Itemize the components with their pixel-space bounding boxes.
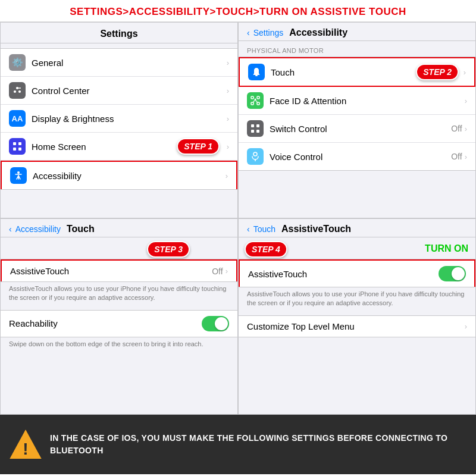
assistivetouch-toggle[interactable] (439, 266, 466, 281)
touch-icon (248, 64, 265, 80)
panel-settings: Settings ⚙️ General › Control Center › A… (0, 22, 238, 218)
svg-rect-20 (256, 130, 259, 133)
toggle-knob (215, 317, 228, 330)
panel2-list: Touch › STEP 2 Face ID & Attention › Swi… (239, 57, 475, 171)
svg-rect-18 (256, 124, 259, 127)
panel3-reachability-section: Reachability (1, 310, 237, 337)
step1-badge: STEP 1 (177, 138, 220, 155)
svg-text:!: ! (23, 440, 28, 458)
section-physical: PHYSICAL AND MOTOR (239, 41, 475, 57)
step2-badge: STEP 2 (416, 64, 459, 80)
panel4-nav: ‹ Touch AssistiveTouch (239, 219, 475, 237)
panel-touch: ‹ Accessibility Touch STEP 3 AssistiveTo… (0, 218, 238, 415)
panel4-assistive-section: AssistiveTouch (239, 259, 475, 287)
toggle-knob (452, 267, 465, 280)
chevron-icon: › (226, 171, 228, 180)
panel2-title: Accessibility (289, 27, 347, 38)
assistivetouch-item[interactable]: AssistiveTouch Off › (1, 259, 237, 281)
svg-rect-11 (255, 75, 258, 76)
panel-assistivetouch: ‹ Touch AssistiveTouch STEP 4 TURN ON As… (238, 218, 476, 415)
back-label[interactable]: Settings (253, 28, 284, 37)
panel-accessibility: ‹ Settings Accessibility PHYSICAL AND MO… (238, 22, 476, 218)
switchcontrol-value: Off (451, 124, 462, 133)
svg-rect-15 (257, 102, 259, 105)
step4-badge: STEP 4 (245, 241, 287, 258)
list-item[interactable]: AA Display & Brightness › (1, 105, 237, 133)
svg-rect-12 (251, 96, 253, 99)
voicecontrol-icon (247, 148, 264, 165)
chevron-icon: › (465, 322, 467, 331)
faceid-icon (247, 92, 264, 109)
chevron-icon: › (227, 86, 229, 95)
back-arrow-icon: ‹ (247, 28, 250, 37)
svg-rect-17 (251, 124, 254, 127)
reachability-toggle[interactable] (202, 316, 229, 331)
panel1-titlebar: Settings (1, 23, 237, 43)
svg-rect-14 (251, 102, 253, 105)
switchcontrol-item[interactable]: Switch Control Off › (239, 115, 475, 143)
svg-rect-6 (13, 142, 16, 145)
customize-item[interactable]: Customize Top Level Menu › (239, 316, 475, 337)
panel3-nav: ‹ Accessibility Touch (1, 219, 237, 237)
back-arrow-icon: ‹ (9, 224, 12, 234)
panel4-customize-section: Customize Top Level Menu › (239, 315, 475, 337)
list-item[interactable]: Control Center › (1, 77, 237, 105)
chevron-icon: › (227, 58, 229, 67)
header-title: SETTINGS>ACCESSIBILITY>TOUCH>TURN ON ASS… (5, 6, 471, 18)
voicecontrol-label: Voice Control (270, 152, 451, 162)
reachability-item[interactable]: Reachability (1, 311, 237, 337)
control-center-label: Control Center (32, 86, 227, 96)
panels-grid: Settings ⚙️ General › Control Center › A… (0, 22, 476, 415)
panel3-title: Touch (67, 224, 95, 234)
svg-rect-8 (13, 148, 16, 151)
assistivetouch-on-label: AssistiveTouch (248, 269, 439, 279)
warning-text: IN THE CASE OF IOS, YOU MUST MAKE THE FO… (50, 432, 466, 457)
step3-badge: STEP 3 (147, 241, 190, 258)
switchcontrol-icon (247, 120, 264, 137)
assistivetouch-label: AssistiveTouch (10, 266, 212, 276)
switchcontrol-label: Switch Control (270, 124, 451, 134)
svg-point-10 (17, 171, 20, 174)
customize-label: Customize Top Level Menu (247, 321, 465, 331)
general-icon: ⚙️ (9, 54, 26, 71)
panel1-list: ⚙️ General › Control Center › AA Display… (1, 48, 237, 190)
chevron-icon: › (227, 142, 229, 151)
panel4-back-label[interactable]: Touch (253, 224, 275, 234)
display-label: Display & Brightness (32, 114, 227, 124)
svg-rect-13 (257, 96, 259, 99)
accessibility-label: Accessibility (33, 171, 226, 181)
turn-on-label: TURN ON (425, 243, 468, 254)
chevron-icon: › (226, 267, 228, 275)
list-item[interactable]: Home Screen › STEP 1 (1, 133, 237, 161)
reachability-label: Reachability (9, 318, 202, 328)
assistivetouch-on-item[interactable]: AssistiveTouch (239, 259, 475, 287)
faceid-label: Face ID & Attention (270, 96, 465, 106)
reachability-desc: Swipe down on the bottom edge of the scr… (1, 337, 237, 352)
faceid-item[interactable]: Face ID & Attention › (239, 87, 475, 115)
page-header: SETTINGS>ACCESSIBILITY>TOUCH>TURN ON ASS… (0, 0, 476, 22)
assistivetouch-value: Off (212, 267, 223, 276)
step3-area: STEP 3 (1, 237, 237, 259)
svg-point-16 (255, 99, 256, 101)
list-item[interactable]: ⚙️ General › (1, 49, 237, 77)
panel2-nav: ‹ Settings Accessibility (239, 23, 475, 41)
warning-icon: ! (10, 428, 42, 461)
assistivetouch-desc: AssistiveTouch allows you to use your iP… (1, 282, 237, 306)
chevron-icon: › (465, 152, 467, 161)
general-label: General (32, 58, 227, 68)
chevron-icon: › (465, 96, 467, 105)
svg-rect-7 (18, 142, 21, 145)
touch-item[interactable]: Touch › STEP 2 (239, 57, 475, 87)
back-arrow-icon: ‹ (247, 224, 250, 234)
panel3-back-label[interactable]: Accessibility (15, 224, 61, 234)
accessibility-icon (10, 167, 27, 184)
accessibility-item[interactable]: Accessibility › (1, 161, 237, 189)
voicecontrol-item[interactable]: Voice Control Off › (239, 143, 475, 170)
svg-rect-19 (251, 130, 254, 133)
panel1-title: Settings (100, 29, 137, 39)
homescreen-icon (9, 138, 26, 155)
svg-rect-9 (18, 148, 21, 151)
chevron-icon: › (464, 68, 466, 77)
control-center-icon (9, 82, 26, 99)
assistivetouch-on-desc: AssistiveTouch allows you to use your iP… (239, 287, 475, 312)
